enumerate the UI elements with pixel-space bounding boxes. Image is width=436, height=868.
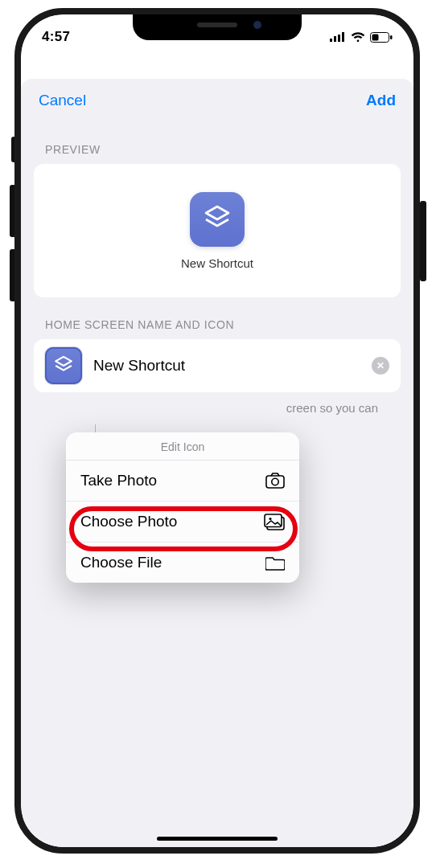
cellular-icon [330, 32, 346, 42]
home-section-header: HOME SCREEN NAME AND ICON [21, 297, 413, 339]
svg-point-11 [269, 517, 271, 519]
preview-header: PREVIEW [21, 122, 413, 164]
menu-item-label: Choose File [80, 554, 162, 571]
clear-text-button[interactable] [372, 357, 389, 375]
shortcut-name-input[interactable] [93, 357, 360, 375]
shortcuts-icon [52, 354, 75, 377]
notch [133, 14, 302, 40]
add-button[interactable]: Add [366, 92, 396, 109]
menu-item-label: Take Photo [80, 472, 157, 489]
svg-rect-7 [266, 476, 284, 488]
menu-item-label: Choose Photo [80, 513, 177, 530]
folder-icon [265, 555, 285, 571]
svg-rect-3 [342, 32, 344, 42]
screen: 4:57 Cancel Add PREVIEW [21, 14, 413, 847]
device-frame: 4:57 Cancel Add PREVIEW [14, 8, 420, 854]
svg-point-8 [272, 478, 278, 485]
home-indicator[interactable] [157, 837, 278, 841]
camera-icon [265, 473, 285, 489]
name-and-icon-card [34, 339, 401, 392]
menu-item-take-photo[interactable]: Take Photo [66, 461, 299, 501]
wifi-icon [351, 32, 365, 43]
popover-title: Edit Icon [66, 432, 299, 461]
power-button [420, 201, 426, 281]
shortcuts-icon [201, 203, 233, 235]
nav-bar: Cancel Add [21, 79, 413, 122]
shortcut-icon-button[interactable] [45, 347, 82, 384]
edit-icon-popover: Edit Icon Take Photo Choose Photo Choose… [66, 432, 299, 583]
preview-app-icon [190, 192, 245, 247]
menu-item-choose-file[interactable]: Choose File [66, 542, 299, 583]
menu-item-choose-photo[interactable]: Choose Photo [66, 501, 299, 542]
svg-rect-1 [334, 36, 336, 42]
status-time: 4:57 [42, 29, 70, 45]
preview-card: New Shortcut [34, 164, 401, 297]
cancel-button[interactable]: Cancel [39, 92, 86, 109]
svg-rect-2 [338, 35, 340, 42]
hint-text-partial: creen so you can [21, 392, 413, 424]
svg-rect-0 [330, 39, 332, 42]
svg-rect-5 [372, 34, 379, 40]
svg-rect-6 [390, 35, 393, 39]
preview-label: New Shortcut [181, 256, 253, 270]
svg-rect-10 [265, 514, 282, 527]
photo-library-icon [264, 514, 285, 530]
battery-icon [370, 32, 393, 43]
